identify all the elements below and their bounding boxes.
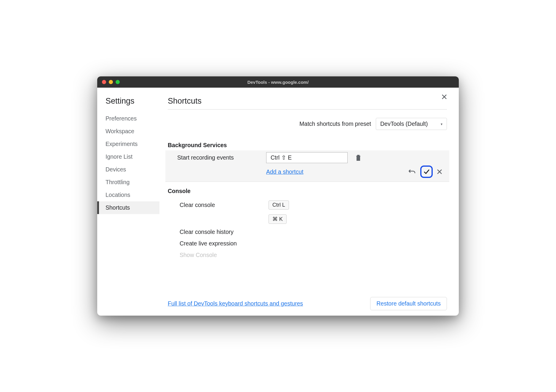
full-shortcuts-link[interactable]: Full list of DevTools keyboard shortcuts… (168, 300, 303, 307)
sidebar-item-ignore-list[interactable]: Ignore List (106, 150, 159, 163)
shortcut-input[interactable] (266, 152, 348, 163)
shortcut-row-show-console[interactable]: Show Console (168, 249, 447, 261)
window-title: DevTools - www.google.com/ (97, 80, 459, 85)
close-icon (437, 169, 442, 174)
devtools-settings-window: DevTools - www.google.com/ Settings Pref… (97, 76, 459, 316)
shortcut-row-label: Clear console history (180, 229, 269, 235)
titlebar: DevTools - www.google.com/ (97, 76, 459, 88)
checkmark-icon (423, 168, 430, 175)
sidebar-item-experiments[interactable]: Experiments (106, 138, 159, 150)
app-body: Settings Preferences Workspace Experimen… (97, 88, 459, 316)
undo-icon (408, 169, 416, 175)
window-controls (102, 80, 120, 84)
confirm-shortcut-button[interactable] (420, 166, 433, 178)
shortcut-row-label: Clear console (180, 202, 269, 208)
maximize-window-button[interactable] (116, 80, 120, 84)
shortcut-row-clear-console-alt[interactable]: ⌘ K (168, 212, 447, 226)
shortcut-row-label: Start recording events (177, 154, 266, 161)
restore-defaults-button[interactable]: Restore default shortcuts (370, 297, 447, 310)
shortcut-row-clear-console[interactable]: Clear console Ctrl L (168, 198, 447, 212)
preset-select[interactable]: DevTools (Default) ▼ (376, 118, 447, 130)
sidebar-title: Settings (106, 97, 159, 106)
edit-actions (407, 166, 447, 178)
settings-sidebar: Settings Preferences Workspace Experimen… (97, 88, 159, 316)
sidebar-item-workspace[interactable]: Workspace (106, 125, 159, 138)
preset-label: Match shortcuts from preset (299, 121, 371, 127)
sidebar-item-locations[interactable]: Locations (106, 189, 159, 201)
preset-row: Match shortcuts from preset DevTools (De… (168, 118, 447, 130)
sidebar-item-shortcuts[interactable]: Shortcuts (97, 201, 159, 214)
trash-icon (355, 155, 361, 161)
shortcut-row-live-expression[interactable]: Create live expression (168, 238, 447, 249)
section-header-background-services: Background Services (168, 142, 447, 149)
shortcut-key-chip: ⌘ K (269, 214, 287, 224)
shortcut-key-chip: Ctrl L (269, 200, 289, 210)
shortcut-row-label: Create live expression (180, 240, 269, 247)
sidebar-item-devices[interactable]: Devices (106, 163, 159, 176)
preset-select-value: DevTools (Default) (380, 121, 428, 127)
cancel-edit-button[interactable] (436, 168, 443, 176)
shortcuts-panel: Shortcuts Match shortcuts from preset De… (159, 88, 459, 316)
chevron-down-icon: ▼ (440, 122, 443, 126)
undo-button[interactable] (407, 168, 417, 176)
shortcut-row-clear-history[interactable]: Clear console history (168, 226, 447, 238)
add-shortcut-link[interactable]: Add a shortcut (266, 168, 303, 175)
sidebar-item-preferences[interactable]: Preferences (106, 112, 159, 125)
sidebar-item-throttling[interactable]: Throttling (106, 176, 159, 189)
shortcuts-footer: Full list of DevTools keyboard shortcuts… (168, 297, 447, 310)
shortcut-row-label: Show Console (180, 252, 269, 258)
page-title: Shortcuts (168, 97, 447, 110)
delete-shortcut-button[interactable] (355, 155, 361, 161)
minimize-window-button[interactable] (109, 80, 113, 84)
shortcut-row-start-recording: Start recording events Add a shortcut (165, 150, 449, 182)
close-window-button[interactable] (102, 80, 106, 84)
close-settings-button[interactable] (442, 94, 447, 99)
section-header-console: Console (168, 188, 447, 195)
